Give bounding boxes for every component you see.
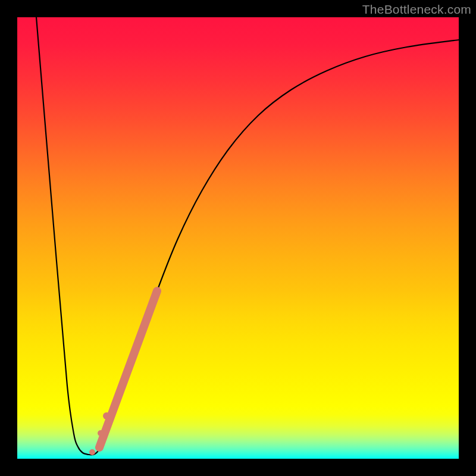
bottleneck-curve [36,17,459,455]
watermark-text: TheBottleneck.com [362,2,471,17]
highlight-segment [99,291,157,447]
highlight-dot [103,412,110,419]
highlight-dot [89,449,95,455]
plot-area [17,17,459,459]
curve-layer [17,17,459,459]
chart-frame: TheBottleneck.com [0,0,476,476]
highlight-dot [98,430,104,436]
